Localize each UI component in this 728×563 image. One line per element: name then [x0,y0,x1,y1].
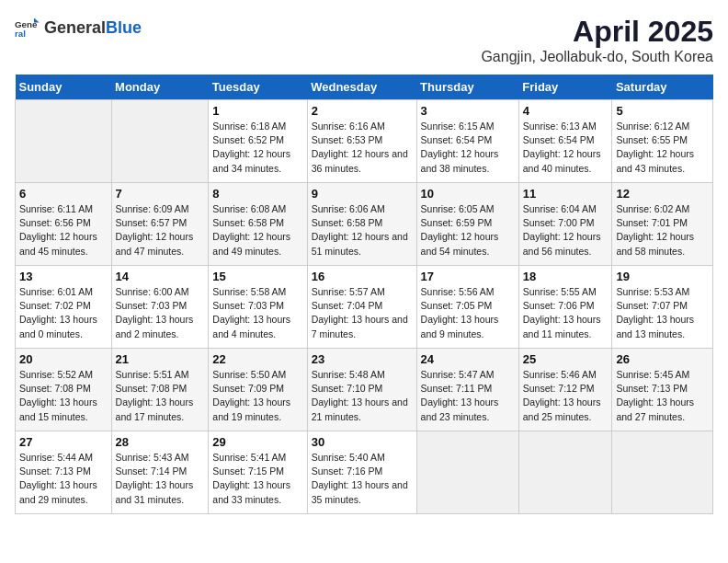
calendar-cell: 12Sunrise: 6:02 AM Sunset: 7:01 PM Dayli… [612,183,713,266]
calendar-week-row: 27Sunrise: 5:44 AM Sunset: 7:13 PM Dayli… [16,431,713,514]
day-number: 30 [312,435,413,449]
calendar-cell: 14Sunrise: 6:00 AM Sunset: 7:03 PM Dayli… [111,266,209,349]
day-info: Sunrise: 6:00 AM Sunset: 7:03 PM Dayligh… [116,285,205,341]
day-number: 25 [523,352,609,366]
day-info: Sunrise: 5:52 AM Sunset: 7:08 PM Dayligh… [19,368,108,424]
calendar-cell: 25Sunrise: 5:46 AM Sunset: 7:12 PM Dayli… [518,349,612,431]
day-number: 15 [212,270,302,283]
calendar-cell: 28Sunrise: 5:43 AM Sunset: 7:14 PM Dayli… [111,431,209,514]
day-number: 5 [616,104,709,118]
day-number: 4 [523,104,609,118]
day-info: Sunrise: 6:18 AM Sunset: 6:52 PM Dayligh… [212,120,302,176]
day-info: Sunrise: 5:58 AM Sunset: 7:03 PM Dayligh… [212,285,302,341]
calendar-cell: 20Sunrise: 5:52 AM Sunset: 7:08 PM Dayli… [16,349,112,431]
day-number: 12 [616,187,709,201]
day-number: 11 [523,187,609,201]
day-info: Sunrise: 5:53 AM Sunset: 7:07 PM Dayligh… [616,285,709,341]
day-number: 24 [421,352,515,366]
calendar-cell: 30Sunrise: 5:40 AM Sunset: 7:16 PM Dayli… [307,431,416,514]
day-number: 27 [19,435,108,449]
calendar-cell: 26Sunrise: 5:45 AM Sunset: 7:13 PM Dayli… [612,349,713,431]
calendar-cell: 18Sunrise: 5:55 AM Sunset: 7:06 PM Dayli… [518,266,612,349]
svg-marker-2 [34,18,40,23]
day-number: 8 [212,187,302,201]
calendar-week-row: 6Sunrise: 6:11 AM Sunset: 6:56 PM Daylig… [16,183,713,266]
day-of-week-header: Thursday [416,75,518,100]
day-of-week-header: Friday [518,75,612,100]
calendar-cell: 1Sunrise: 6:18 AM Sunset: 6:52 PM Daylig… [209,100,307,183]
day-info: Sunrise: 6:13 AM Sunset: 6:54 PM Dayligh… [523,120,609,176]
calendar-cell: 22Sunrise: 5:50 AM Sunset: 7:09 PM Dayli… [209,349,307,431]
calendar-cell: 15Sunrise: 5:58 AM Sunset: 7:03 PM Dayli… [209,266,307,349]
svg-text:ral: ral [15,29,26,39]
day-number: 26 [616,352,709,366]
calendar-cell: 10Sunrise: 6:05 AM Sunset: 6:59 PM Dayli… [416,183,518,266]
calendar-cell: 4Sunrise: 6:13 AM Sunset: 6:54 PM Daylig… [518,100,612,183]
calendar-cell: 8Sunrise: 6:08 AM Sunset: 6:58 PM Daylig… [209,183,307,266]
calendar-week-row: 20Sunrise: 5:52 AM Sunset: 7:08 PM Dayli… [16,349,713,431]
day-info: Sunrise: 6:11 AM Sunset: 6:56 PM Dayligh… [19,202,108,259]
calendar-cell [612,431,713,514]
day-info: Sunrise: 5:57 AM Sunset: 7:04 PM Dayligh… [312,285,413,341]
day-info: Sunrise: 6:04 AM Sunset: 7:00 PM Dayligh… [523,202,609,259]
calendar-cell: 2Sunrise: 6:16 AM Sunset: 6:53 PM Daylig… [307,100,416,183]
day-number: 1 [212,104,302,118]
day-info: Sunrise: 6:08 AM Sunset: 6:58 PM Dayligh… [212,202,302,259]
day-number: 17 [421,270,515,283]
day-info: Sunrise: 5:47 AM Sunset: 7:11 PM Dayligh… [421,368,515,424]
logo-icon: Gene ral [15,15,40,40]
calendar-cell: 6Sunrise: 6:11 AM Sunset: 6:56 PM Daylig… [16,183,112,266]
calendar-cell: 13Sunrise: 6:01 AM Sunset: 7:02 PM Dayli… [16,266,112,349]
calendar-cell: 7Sunrise: 6:09 AM Sunset: 6:57 PM Daylig… [111,183,209,266]
header-row: SundayMondayTuesdayWednesdayThursdayFrid… [16,75,713,100]
day-number: 18 [523,270,609,283]
title-area: April 2025 Gangjin, Jeollabuk-do, South … [481,15,713,65]
day-info: Sunrise: 5:55 AM Sunset: 7:06 PM Dayligh… [523,285,609,341]
day-info: Sunrise: 5:44 AM Sunset: 7:13 PM Dayligh… [19,451,108,507]
day-info: Sunrise: 6:12 AM Sunset: 6:55 PM Dayligh… [616,120,709,176]
day-info: Sunrise: 5:56 AM Sunset: 7:05 PM Dayligh… [421,285,515,341]
day-info: Sunrise: 5:45 AM Sunset: 7:13 PM Dayligh… [616,368,709,424]
day-info: Sunrise: 5:43 AM Sunset: 7:14 PM Dayligh… [116,451,205,507]
day-number: 14 [116,270,205,283]
day-number: 16 [312,270,413,283]
calendar-cell: 27Sunrise: 5:44 AM Sunset: 7:13 PM Dayli… [16,431,112,514]
logo: Gene ral GeneralBlue [15,15,142,40]
day-number: 3 [421,104,515,118]
day-number: 19 [616,270,709,283]
day-number: 23 [312,352,413,366]
calendar-cell: 21Sunrise: 5:51 AM Sunset: 7:08 PM Dayli… [111,349,209,431]
calendar-cell [518,431,612,514]
day-of-week-header: Saturday [612,75,713,100]
calendar-cell: 29Sunrise: 5:41 AM Sunset: 7:15 PM Dayli… [209,431,307,514]
calendar-cell: 23Sunrise: 5:48 AM Sunset: 7:10 PM Dayli… [307,349,416,431]
calendar-cell [111,100,209,183]
calendar-week-row: 13Sunrise: 6:01 AM Sunset: 7:02 PM Dayli… [16,266,713,349]
day-number: 20 [19,352,108,366]
day-number: 29 [212,435,302,449]
calendar-cell [16,100,112,183]
calendar-cell: 5Sunrise: 6:12 AM Sunset: 6:55 PM Daylig… [612,100,713,183]
page-header: Gene ral GeneralBlue April 2025 Gangjin,… [15,15,713,65]
day-info: Sunrise: 5:50 AM Sunset: 7:09 PM Dayligh… [212,368,302,424]
day-number: 13 [19,270,108,283]
day-number: 22 [212,352,302,366]
calendar-cell: 9Sunrise: 6:06 AM Sunset: 6:58 PM Daylig… [307,183,416,266]
day-number: 7 [116,187,205,201]
subtitle: Gangjin, Jeollabuk-do, South Korea [481,49,713,65]
calendar-cell: 24Sunrise: 5:47 AM Sunset: 7:11 PM Dayli… [416,349,518,431]
day-of-week-header: Sunday [16,75,112,100]
day-of-week-header: Tuesday [209,75,307,100]
day-info: Sunrise: 6:09 AM Sunset: 6:57 PM Dayligh… [116,202,205,259]
day-info: Sunrise: 6:16 AM Sunset: 6:53 PM Dayligh… [312,120,413,176]
day-info: Sunrise: 6:15 AM Sunset: 6:54 PM Dayligh… [421,120,515,176]
logo-general-text: General [44,18,106,38]
day-info: Sunrise: 6:06 AM Sunset: 6:58 PM Dayligh… [312,202,413,259]
day-number: 10 [421,187,515,201]
day-number: 2 [312,104,413,118]
day-number: 9 [312,187,413,201]
day-number: 28 [116,435,205,449]
logo-blue-text: Blue [106,18,142,38]
day-of-week-header: Wednesday [307,75,416,100]
calendar-cell: 11Sunrise: 6:04 AM Sunset: 7:00 PM Dayli… [518,183,612,266]
